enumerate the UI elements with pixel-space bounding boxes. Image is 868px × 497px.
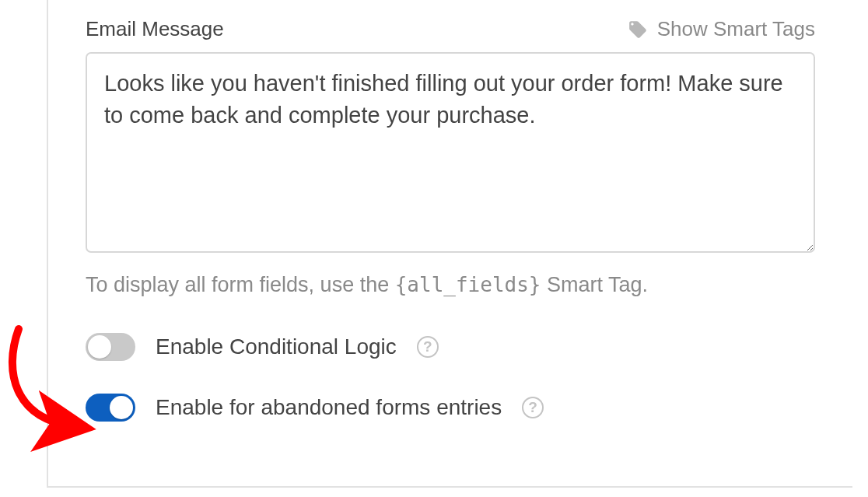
settings-panel: Email Message Show Smart Tags To display… <box>47 0 852 488</box>
email-message-field-wrap <box>86 52 815 256</box>
all-fields-hint: To display all form fields, use the {all… <box>86 273 815 297</box>
toggles-section: Enable Conditional Logic ? Enable for ab… <box>86 333 815 422</box>
conditional-logic-toggle[interactable] <box>86 333 135 361</box>
abandoned-forms-label: Enable for abandoned forms entries <box>156 395 502 420</box>
toggle-knob <box>88 335 111 359</box>
abandoned-forms-toggle[interactable] <box>86 394 135 422</box>
toggle-knob <box>110 396 133 419</box>
show-smart-tags-text: Show Smart Tags <box>657 17 815 41</box>
hint-code: {all_fields} <box>395 273 541 296</box>
hint-prefix: To display all form fields, use the <box>86 273 395 296</box>
tag-icon <box>628 19 648 40</box>
field-header: Email Message Show Smart Tags <box>86 17 815 41</box>
email-message-label: Email Message <box>86 17 224 41</box>
email-message-textarea[interactable] <box>86 52 815 253</box>
help-icon[interactable]: ? <box>522 397 544 418</box>
hint-suffix: Smart Tag. <box>541 273 649 296</box>
abandoned-forms-row: Enable for abandoned forms entries ? <box>86 394 815 422</box>
show-smart-tags-link[interactable]: Show Smart Tags <box>628 17 815 41</box>
conditional-logic-row: Enable Conditional Logic ? <box>86 333 815 361</box>
help-icon[interactable]: ? <box>417 336 439 358</box>
conditional-logic-label: Enable Conditional Logic <box>156 334 397 359</box>
